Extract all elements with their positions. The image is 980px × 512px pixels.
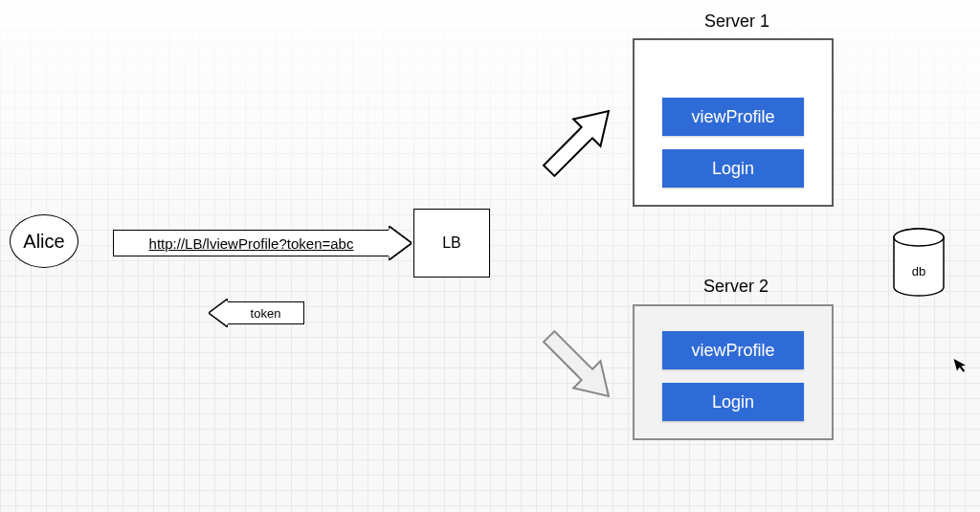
- button-label: Login: [712, 159, 754, 179]
- server2-viewprofile-button: viewProfile: [662, 331, 804, 369]
- db-label: db: [892, 264, 946, 278]
- button-label: viewProfile: [691, 107, 774, 127]
- request-arrow: http://LB/lviewProfile?token=abc: [113, 226, 412, 260]
- arrow-to-server1-icon: [519, 86, 634, 201]
- svg-point-11: [894, 229, 944, 246]
- arrow-to-server2-icon: [519, 306, 634, 421]
- button-label: viewProfile: [691, 341, 774, 361]
- button-label: Login: [712, 392, 754, 412]
- database-icon: [892, 228, 946, 297]
- cursor-icon: [952, 355, 970, 379]
- server1-viewprofile-button: viewProfile: [662, 98, 804, 136]
- alice-label: Alice: [23, 231, 64, 253]
- response-arrow: token: [209, 299, 304, 327]
- server2-label: Server 2: [703, 277, 768, 297]
- server2-login-button: Login: [662, 383, 804, 421]
- arrow-left-head-icon: [209, 299, 228, 327]
- request-url-text: http://LB/lviewProfile?token=abc: [113, 230, 389, 256]
- server2-box: viewProfile Login: [633, 304, 834, 440]
- arrow-right-head-icon: [389, 226, 412, 260]
- alice-node: Alice: [10, 214, 78, 268]
- lb-label: LB: [442, 234, 461, 252]
- response-token-text: token: [228, 301, 304, 324]
- server1-login-button: Login: [662, 149, 804, 188]
- server1-label: Server 1: [704, 11, 769, 32]
- database-node: db: [892, 228, 946, 297]
- server1-box: viewProfile Login: [633, 38, 834, 207]
- load-balancer-node: LB: [413, 209, 490, 278]
